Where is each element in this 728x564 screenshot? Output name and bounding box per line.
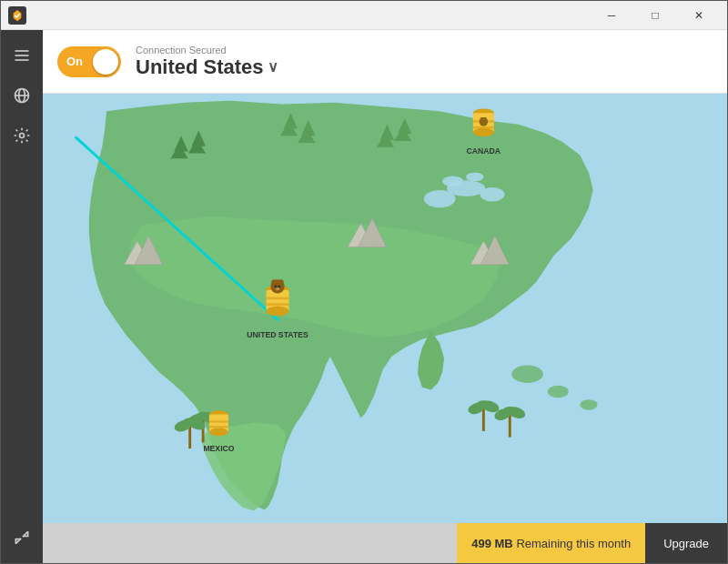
canada-label: CANADA bbox=[467, 146, 501, 156]
svg-point-64 bbox=[278, 279, 284, 285]
globe-button[interactable] bbox=[4, 77, 40, 114]
connection-status: Connection Secured bbox=[136, 45, 278, 55]
toggle-knob bbox=[93, 49, 118, 75]
data-label: Remaining this month bbox=[516, 537, 631, 550]
svg-point-36 bbox=[183, 418, 197, 427]
sidebar bbox=[1, 30, 43, 563]
svg-point-67 bbox=[276, 287, 280, 290]
toggle-label: On bbox=[66, 55, 83, 68]
location-selector[interactable]: United States ∨ bbox=[136, 55, 278, 79]
svg-point-44 bbox=[503, 407, 517, 416]
right-panel: On Connection Secured United States ∨ bbox=[43, 30, 727, 563]
close-button[interactable]: ✕ bbox=[678, 1, 720, 30]
svg-rect-72 bbox=[209, 426, 228, 428]
vpn-toggle[interactable]: On bbox=[57, 46, 121, 77]
svg-point-55 bbox=[480, 117, 484, 121]
minimize-button[interactable]: ─ bbox=[591, 1, 632, 30]
svg-point-70 bbox=[209, 428, 228, 436]
mexico-marker[interactable] bbox=[209, 410, 228, 436]
app-window: ─ □ ✕ bbox=[0, 0, 728, 564]
svg-point-14 bbox=[466, 173, 483, 182]
svg-point-6 bbox=[20, 134, 25, 138]
maximize-button[interactable]: □ bbox=[634, 1, 676, 30]
app-icon bbox=[8, 6, 26, 25]
chevron-down-icon: ∨ bbox=[268, 58, 278, 76]
svg-point-51 bbox=[473, 128, 494, 137]
toggle-container: On bbox=[57, 46, 121, 77]
data-remaining-info: 499 MB Remaining this month bbox=[457, 523, 645, 563]
settings-button[interactable] bbox=[4, 117, 40, 154]
sidebar-bottom bbox=[4, 519, 40, 556]
svg-rect-60 bbox=[266, 297, 288, 299]
menu-button[interactable] bbox=[4, 37, 40, 74]
svg-rect-71 bbox=[209, 420, 228, 422]
svg-point-74 bbox=[548, 386, 569, 398]
svg-point-73 bbox=[511, 366, 543, 383]
data-amount: 499 MB bbox=[471, 537, 513, 550]
location-label: United States bbox=[136, 55, 264, 79]
svg-point-63 bbox=[271, 279, 277, 285]
sidebar-top bbox=[4, 37, 40, 519]
titlebar: ─ □ ✕ bbox=[1, 1, 727, 30]
us-label: UNITED STATES bbox=[247, 330, 308, 339]
mexico-label: MEXICO bbox=[203, 444, 234, 453]
svg-point-12 bbox=[480, 187, 505, 201]
titlebar-left bbox=[8, 6, 26, 25]
upgrade-button[interactable]: Upgrade bbox=[645, 523, 727, 563]
svg-point-13 bbox=[442, 176, 463, 187]
svg-point-66 bbox=[278, 285, 280, 287]
canada-marker[interactable] bbox=[473, 108, 494, 136]
collapse-button[interactable] bbox=[4, 519, 40, 556]
svg-rect-53 bbox=[473, 126, 494, 129]
svg-rect-61 bbox=[266, 303, 288, 306]
content-area: CANADA bbox=[43, 94, 727, 563]
svg-point-40 bbox=[477, 400, 490, 409]
svg-point-56 bbox=[483, 117, 487, 121]
bottom-bar: 499 MB Remaining this month Upgrade bbox=[43, 523, 727, 563]
header: On Connection Secured United States ∨ bbox=[43, 30, 727, 94]
map-view: CANADA bbox=[43, 94, 727, 523]
main-content: On Connection Secured United States ∨ bbox=[1, 30, 727, 563]
window-controls: ─ □ ✕ bbox=[591, 1, 720, 30]
map-svg: CANADA bbox=[43, 94, 727, 523]
svg-point-75 bbox=[580, 399, 597, 410]
svg-point-65 bbox=[275, 285, 278, 287]
svg-point-59 bbox=[266, 307, 288, 317]
location-info: Connection Secured United States ∨ bbox=[136, 45, 278, 79]
